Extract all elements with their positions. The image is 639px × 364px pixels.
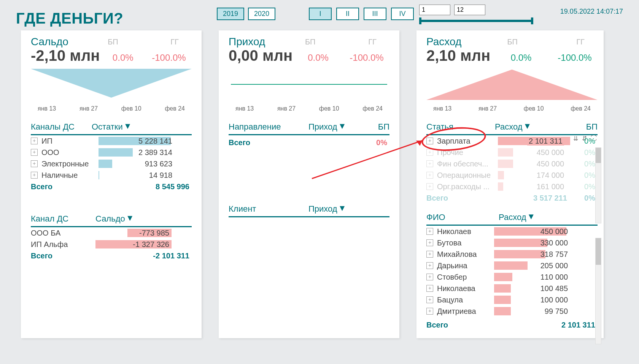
- col-client[interactable]: Клиент: [229, 204, 308, 214]
- table-row[interactable]: + Стовбер 110 000: [426, 271, 598, 283]
- table-row[interactable]: + Дарьина 205 000: [426, 260, 598, 271]
- table-row[interactable]: + Бутова 330 000: [426, 237, 598, 248]
- table-row[interactable]: ИП Альфа -1 327 326: [31, 239, 192, 250]
- expand-icon[interactable]: +: [426, 183, 433, 190]
- table-row[interactable]: + Прочие 450 000 0%: [426, 147, 598, 158]
- table-row[interactable]: ООО БА -773 985: [31, 227, 192, 239]
- expand-icon[interactable]: +: [426, 251, 433, 258]
- month-slider[interactable]: [419, 20, 533, 22]
- row-label: ООО: [41, 148, 99, 157]
- axis-tick: янв 27: [478, 105, 497, 112]
- row-value: 174 000: [537, 171, 564, 180]
- income-gg-label: ГГ: [355, 38, 389, 46]
- year-2020[interactable]: 2020: [248, 8, 275, 20]
- sort-desc-icon: ▼: [527, 212, 536, 221]
- row-pct: 0%: [566, 137, 598, 146]
- table-row[interactable]: + Николаева 100 485: [426, 283, 598, 294]
- col-saldo[interactable]: Сальдо▼: [95, 214, 134, 224]
- row-label: Бацула: [437, 296, 494, 304]
- col-balances[interactable]: Остатки▼: [92, 122, 132, 132]
- expand-icon[interactable]: +: [31, 138, 38, 144]
- expand-icon[interactable]: +: [31, 172, 38, 179]
- income-client-table: Клиент Приход▼: [229, 204, 389, 217]
- table-row[interactable]: + Операционные 174 000 0%: [426, 169, 598, 181]
- col-bp[interactable]: БП: [354, 122, 389, 132]
- axis-tick: фев 24: [362, 105, 383, 112]
- table-row[interactable]: + Михайлова 318 757: [426, 248, 598, 260]
- row-value: 110 000: [540, 273, 568, 282]
- year-2019[interactable]: 2019: [217, 8, 244, 20]
- expense-axis: янв 13 янв 27 фев 10 фев 24: [426, 103, 598, 112]
- col-direction[interactable]: Направление: [229, 122, 308, 132]
- table-row[interactable]: + Электронные 913 623: [31, 158, 192, 169]
- quarter-selector: I II III IV: [309, 8, 414, 20]
- col-person[interactable]: ФИО: [426, 212, 499, 222]
- income-value: 0,00 млн: [229, 47, 292, 64]
- bar-cell: 174 000: [498, 170, 566, 180]
- bar-cell: -773 985: [95, 228, 172, 238]
- table-row[interactable]: + Бацула 100 000: [426, 294, 598, 305]
- table-row[interactable]: + ООО 2 389 314: [31, 147, 192, 158]
- expand-icon[interactable]: +: [426, 296, 433, 303]
- total-pct: 0%: [308, 138, 389, 147]
- expense-bp-pct: 0.0%: [498, 52, 544, 63]
- table-row[interactable]: + Дмитриева 99 750: [426, 305, 598, 317]
- income-direction-table: Направление Приход▼ БП Всего 0%: [229, 122, 389, 147]
- table-row[interactable]: + Наличные 14 918: [31, 169, 192, 181]
- panel-expense: Расход БП ГГ 2,10 млн 0.0% -100.0% янв 1…: [416, 30, 604, 338]
- expand-icon[interactable]: +: [426, 262, 433, 269]
- total-pct: 0%: [567, 194, 598, 203]
- total-label: Всего: [426, 321, 499, 329]
- table-row[interactable]: + ИП 5 228 141: [31, 135, 192, 147]
- month-from-input[interactable]: [419, 5, 450, 15]
- row-value: 161 000: [537, 182, 564, 191]
- expand-icon[interactable]: +: [31, 160, 38, 167]
- total-label: Всего: [426, 194, 502, 203]
- quarter-2[interactable]: II: [336, 8, 359, 20]
- income-chart: [229, 67, 389, 101]
- expense-person-table: ФИО Расход▼ + Николаев 450 000 + Бутова …: [426, 212, 598, 329]
- expand-icon[interactable]: +: [31, 149, 38, 156]
- row-value: 14 918: [149, 171, 172, 180]
- col-income[interactable]: Приход▼: [308, 122, 354, 132]
- table-row[interactable]: + Орг.расходы ... 161 000 0%: [426, 181, 598, 192]
- row-value: 450 000: [540, 227, 568, 236]
- panel-income: Приход БП ГГ 0,00 млн 0.0% -100.0% янв 1…: [219, 30, 399, 338]
- quarter-3[interactable]: III: [364, 8, 386, 20]
- expand-icon[interactable]: +: [426, 308, 433, 315]
- expand-icon[interactable]: +: [426, 172, 433, 179]
- quarter-4[interactable]: IV: [391, 8, 414, 20]
- table-row[interactable]: + Фин обеспеч... 450 000 0%: [426, 158, 598, 169]
- row-value: 450 000: [537, 160, 564, 168]
- table-row[interactable]: + Зарплата 2 101 311 0%: [426, 135, 598, 147]
- table-row[interactable]: + Николаев 450 000: [426, 226, 598, 237]
- col-income2[interactable]: Приход▼: [308, 204, 346, 214]
- expand-icon[interactable]: +: [426, 239, 433, 246]
- col-bp[interactable]: БП: [544, 122, 598, 132]
- expand-icon[interactable]: +: [426, 274, 433, 280]
- sort-desc-icon: ▼: [126, 213, 134, 223]
- row-value: 5 228 141: [138, 137, 172, 146]
- expand-icon[interactable]: +: [426, 149, 433, 156]
- col-expense2[interactable]: Расход▼: [499, 212, 535, 222]
- scrollbar[interactable]: [595, 238, 601, 344]
- col-channel[interactable]: Канал ДС: [31, 214, 95, 224]
- quarter-1[interactable]: I: [309, 8, 332, 20]
- expand-icon[interactable]: +: [426, 285, 433, 292]
- bar-cell: 100 485: [494, 283, 570, 293]
- expand-icon[interactable]: +: [426, 160, 433, 167]
- row-value: 318 757: [540, 250, 568, 259]
- row-value: 330 000: [540, 239, 568, 247]
- axis-tick: янв 13: [433, 105, 451, 112]
- month-to-input[interactable]: [454, 5, 485, 15]
- row-label: Зарплата: [437, 137, 498, 146]
- income-title: Приход: [229, 36, 265, 48]
- col-channels[interactable]: Каналы ДС: [31, 122, 92, 132]
- row-label: Николаев: [437, 227, 494, 236]
- col-expense[interactable]: Расход▼: [495, 122, 544, 132]
- scrollbar[interactable]: [595, 147, 601, 223]
- total-value: 3 517 211: [502, 194, 567, 203]
- col-category[interactable]: Статья: [426, 122, 495, 132]
- expand-icon[interactable]: +: [426, 228, 433, 235]
- expand-icon[interactable]: +: [426, 138, 433, 144]
